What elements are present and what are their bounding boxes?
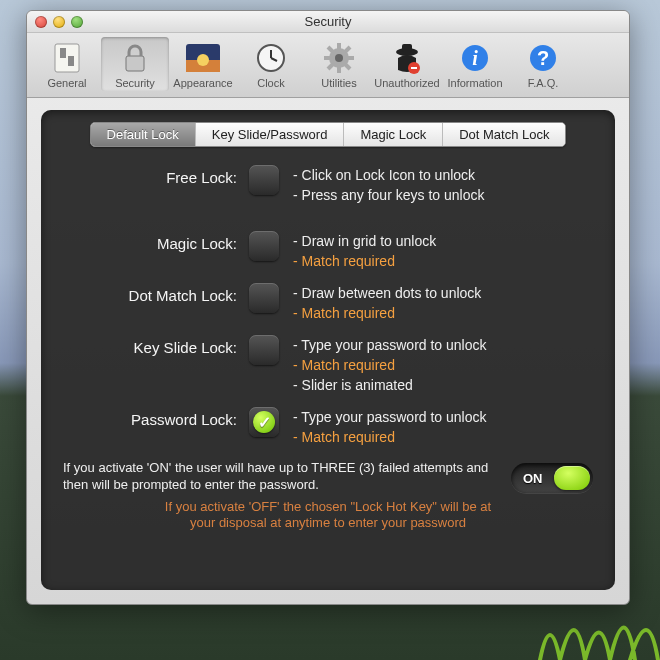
minimize-button[interactable] bbox=[53, 16, 65, 28]
svg-text:i: i bbox=[472, 47, 478, 69]
magic-lock-label: Magic Lock: bbox=[63, 231, 249, 252]
key-slide-lock-label: Key Slide Lock: bbox=[63, 335, 249, 356]
svg-line-18 bbox=[328, 64, 333, 69]
free-lock-desc: - Click on Lock Icon to unlock - Press a… bbox=[293, 165, 484, 205]
password-lock-label: Password Lock: bbox=[63, 407, 249, 428]
svg-line-17 bbox=[345, 64, 350, 69]
toolbar-information[interactable]: i Information bbox=[441, 37, 509, 91]
svg-point-11 bbox=[335, 54, 343, 62]
svg-rect-21 bbox=[402, 44, 412, 52]
toolbar-utilities[interactable]: Utilities bbox=[305, 37, 373, 91]
sunset-icon bbox=[185, 40, 221, 76]
key-slide-lock-desc: - Type your password to unlock - Match r… bbox=[293, 335, 487, 395]
zoom-button[interactable] bbox=[71, 16, 83, 28]
svg-rect-23 bbox=[411, 67, 417, 69]
question-icon: ? bbox=[525, 40, 561, 76]
dot-match-lock-desc: - Draw between dots to unlock - Match re… bbox=[293, 283, 481, 323]
password-lock-toggle[interactable]: ✓ bbox=[249, 407, 279, 437]
magic-lock-desc: - Draw in grid to unlock - Match require… bbox=[293, 231, 436, 271]
clock-icon bbox=[253, 40, 289, 76]
attempts-toggle[interactable]: ON bbox=[511, 463, 593, 493]
titlebar: Security bbox=[27, 11, 629, 33]
window-title: Security bbox=[27, 11, 629, 33]
toggle-knob bbox=[554, 466, 590, 490]
svg-line-19 bbox=[345, 47, 350, 52]
tab-key-slide-password[interactable]: Key Slide/Password bbox=[196, 123, 345, 146]
info-icon: i bbox=[457, 40, 493, 76]
on-description: If you activate 'ON' the user will have … bbox=[63, 459, 499, 493]
svg-rect-3 bbox=[126, 56, 144, 71]
toolbar-appearance[interactable]: Appearance bbox=[169, 37, 237, 91]
free-lock-label: Free Lock: bbox=[63, 165, 249, 186]
key-slide-lock-toggle[interactable] bbox=[249, 335, 279, 365]
svg-line-16 bbox=[328, 47, 333, 52]
svg-point-6 bbox=[197, 54, 209, 66]
svg-rect-2 bbox=[68, 56, 74, 66]
dot-match-lock-label: Dot Match Lock: bbox=[63, 283, 249, 304]
toolbar-faq[interactable]: ? F.A.Q. bbox=[509, 37, 577, 91]
tab-dot-match-lock[interactable]: Dot Match Lock bbox=[443, 123, 565, 146]
svg-rect-1 bbox=[60, 48, 66, 58]
preferences-window: Security General Security Appearance Clo… bbox=[26, 10, 630, 605]
toolbar: General Security Appearance Clock Utilit… bbox=[27, 33, 629, 98]
password-lock-desc: - Type your password to unlock - Match r… bbox=[293, 407, 487, 447]
settings-panel: Default Lock Key Slide/Password Magic Lo… bbox=[41, 110, 615, 590]
toolbar-unauthorized[interactable]: Unauthorized bbox=[373, 37, 441, 91]
magic-lock-toggle[interactable] bbox=[249, 231, 279, 261]
tab-bar: Default Lock Key Slide/Password Magic Lo… bbox=[90, 122, 567, 147]
toolbar-clock[interactable]: Clock bbox=[237, 37, 305, 91]
spy-icon bbox=[389, 40, 425, 76]
switches-icon bbox=[49, 40, 85, 76]
off-description: If you activate 'OFF' the chosen "Lock H… bbox=[63, 499, 593, 531]
svg-rect-0 bbox=[55, 44, 79, 72]
tab-magic-lock[interactable]: Magic Lock bbox=[344, 123, 443, 146]
dot-match-lock-toggle[interactable] bbox=[249, 283, 279, 313]
tab-default-lock[interactable]: Default Lock bbox=[91, 123, 196, 146]
close-button[interactable] bbox=[35, 16, 47, 28]
toolbar-security[interactable]: Security bbox=[101, 37, 169, 91]
toolbar-general[interactable]: General bbox=[33, 37, 101, 91]
gear-icon bbox=[321, 40, 357, 76]
svg-text:?: ? bbox=[537, 47, 549, 69]
lock-icon bbox=[117, 40, 153, 76]
free-lock-toggle[interactable] bbox=[249, 165, 279, 195]
